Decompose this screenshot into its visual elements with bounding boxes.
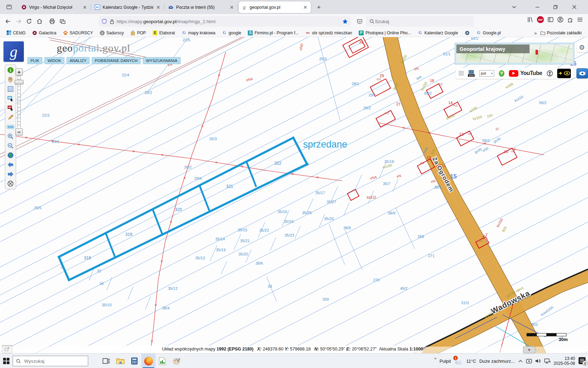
window-minimize-button[interactable] [529,0,545,14]
menu-item-pobieranie-danych[interactable]: POBIERANIE DANYCH [92,57,141,64]
list-all-tabs-icon[interactable] [506,0,522,14]
geoportal-logo[interactable]: g [4,41,24,62]
xyh-coordinates-tool-icon[interactable]: XYH [7,123,14,131]
volume-icon[interactable] [535,359,541,363]
menu-item-widok[interactable]: WIDOK [44,57,64,64]
map-settings-gear-icon[interactable]: ⚙ [577,42,587,52]
back-icon[interactable] [3,16,13,27]
calculator-app-icon[interactable] [127,354,141,368]
paint-app-icon[interactable] [169,354,183,368]
next-view-arrow-icon[interactable] [7,170,14,178]
high-contrast-button[interactable] [557,69,571,78]
full-extent-globe-icon[interactable] [7,151,14,159]
new-tab-button[interactable]: + [314,3,323,12]
select-rectangle-tool-icon[interactable] [7,95,14,102]
youtube-link[interactable]: YouTube [509,70,542,77]
bookmark-item[interactable]: EElaborat [153,30,175,35]
deselect-rectangle-tool-icon[interactable] [7,104,14,112]
bookmark-item[interactable]: SFirmino.pl - Program f... [248,30,299,35]
firefox-app-icon[interactable] [141,354,155,368]
search-input[interactable] [374,19,470,25]
tab-close-icon[interactable]: ✕ [155,5,161,10]
bookmark-item[interactable]: Galactica [32,30,56,35]
bookmark-item[interactable] [465,30,470,35]
tab-manager-icon[interactable] [4,2,14,12]
window-restore-button[interactable] [547,0,564,14]
task-view-icon[interactable] [99,354,113,368]
browser-tab-active[interactable]: g geoportal.gov.pl ✕ [239,1,311,13]
menu-item-analizy[interactable]: ANALIZY [66,57,90,64]
previous-view-arrow-icon[interactable] [7,161,14,169]
meet-now-icon[interactable] [526,359,532,364]
bookmark-item[interactable]: SADURSCY [63,30,93,35]
screenshot-icon[interactable] [57,16,68,27]
taskbar-search-input[interactable] [23,358,85,364]
language-select[interactable]: pol▾ [479,70,495,77]
highlighted-parcel-outline[interactable] [59,138,293,257]
weather-temp[interactable]: 11°C [466,359,476,364]
sidebars-icon[interactable] [547,16,554,23]
zoom-slider-plus-button[interactable]: + [15,68,23,76]
tab-close-icon[interactable]: ✕ [229,5,234,10]
url-bar[interactable]: https://mapy.geoportal.gov.pl/imap/Imgp_… [99,16,351,27]
bookmark-item[interactable]: Sadurscy [100,30,124,35]
draw-pencil-tool-icon[interactable] [7,114,14,121]
accessibility-icon[interactable] [547,70,553,77]
browser-tab[interactable]: 31 Kalendarz Google - Tydzień, w k ✕ [92,2,164,13]
weather-icon[interactable]: 1 [454,357,463,365]
weather-desc[interactable]: Duże zachmurz... [479,359,514,364]
tray-expand-icon[interactable] [518,359,523,363]
menu-hamburger-icon[interactable] [577,16,583,23]
zoom-in-tool-icon[interactable] [7,132,14,140]
start-button[interactable] [0,354,13,368]
bookmark-item[interactable]: CEIdG [6,30,26,35]
tab-close-icon[interactable]: ✕ [302,5,308,10]
menu-item-plik[interactable]: PLIK [27,57,42,64]
layers-grid-icon[interactable] [459,70,463,76]
bookmark-item[interactable]: POP [131,30,146,35]
taskbar-search-box[interactable] [13,356,88,366]
cadastral-map[interactable]: ««««««««««««««««««««22/525/322/423/222/3… [0,37,588,353]
home-icon[interactable] [34,16,45,27]
tracking-shield-icon[interactable] [102,19,107,24]
file-explorer-icon[interactable] [113,354,127,368]
highlighted-parcel-outline[interactable] [69,164,307,280]
forward-icon[interactable] [13,16,24,27]
info-tool-icon[interactable]: i [7,66,14,74]
browser-tab[interactable]: Poczta w Interii (55) ✕ [165,2,237,13]
bookmark-item[interactable]: Ggoogle [222,30,241,35]
taskbar-overflow-chevron[interactable]: » [434,356,436,360]
bookmark-item[interactable]: Gmapy krakowa [182,30,215,35]
browser-tab[interactable]: Virgo - Michał Dzięcioł ✕ [18,2,90,13]
library-icon[interactable] [527,16,533,23]
window-close-button[interactable] [566,0,582,14]
reload-icon[interactable] [24,16,34,27]
bookmarks-overflow-icon[interactable]: » [534,30,537,36]
network-icon[interactable] [544,359,551,363]
tab-close-icon[interactable]: ✕ [82,5,88,10]
bookmark-star-icon[interactable] [342,19,348,24]
clear-selection-icon[interactable] [7,180,14,188]
zoom-slider-minus-button[interactable]: − [15,128,23,136]
bookmark-item[interactable]: GKalendarz Google [418,30,458,35]
bookmark-item[interactable]: olxolx sprzedz mieszkan [305,30,352,35]
adblock-plus-icon[interactable]: ABP [537,16,544,23]
wms-button[interactable]: wms [468,70,474,77]
zoom-out-tool-icon[interactable] [7,142,14,150]
print-icon[interactable] [47,16,57,27]
overview-minimap[interactable]: Geoportal krajowy [455,43,574,64]
browser-search-box[interactable] [366,16,474,27]
menu-item-wyszukiwania[interactable]: WYSZUKIWANIA [143,57,181,64]
map-panel-collapse-icon[interactable]: ▼ [523,346,536,353]
libreoffice-calc-icon[interactable] [155,354,169,368]
visibility-eye-button[interactable] [576,68,588,79]
pocket-icon[interactable] [354,16,365,27]
notification-center-icon[interactable]: 2 [578,357,587,365]
taskbar-clock[interactable]: 13:402025-05-08 [554,356,575,366]
extensions-puzzle-icon[interactable] [567,16,573,23]
bookmarks-folder[interactable]: Pozostałe zakładki [540,30,582,35]
account-icon[interactable] [557,16,564,23]
bookmark-item[interactable]: GGoogle.pl [476,30,501,35]
pan-hand-tool-icon[interactable] [7,76,14,83]
legend-tool-icon[interactable] [7,85,14,93]
